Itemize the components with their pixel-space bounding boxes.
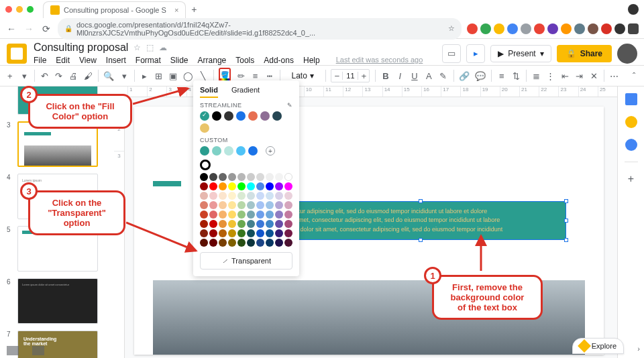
star-icon[interactable]: ☆ (133, 43, 141, 52)
menu-file[interactable]: File (34, 56, 46, 65)
color-swatch[interactable] (266, 182, 274, 190)
select-tool[interactable]: ▸ (140, 68, 150, 83)
ext-icon[interactable] (561, 23, 572, 34)
color-swatch[interactable] (275, 192, 283, 200)
color-swatch[interactable] (228, 192, 236, 200)
color-swatch[interactable] (247, 182, 255, 190)
cloud-icon[interactable]: ☁ (159, 43, 167, 52)
bulleted-list-button[interactable]: ⋮ (546, 68, 555, 83)
underline-button[interactable]: U (410, 68, 419, 83)
color-swatch[interactable] (219, 220, 227, 228)
align-button[interactable]: ≡ (497, 68, 506, 83)
color-swatch[interactable] (228, 239, 236, 247)
maximize-window[interactable] (27, 6, 34, 13)
hide-menus-button[interactable]: ˆ (629, 68, 639, 83)
minimize-window[interactable] (16, 6, 23, 13)
font-size-control[interactable]: − 11 + (331, 69, 370, 82)
menu-tools[interactable]: Tools (235, 56, 254, 65)
color-swatch[interactable] (275, 173, 283, 181)
forward-button[interactable]: → (23, 23, 35, 35)
color-swatch[interactable] (236, 111, 246, 121)
color-swatch[interactable] (248, 111, 258, 121)
slides-logo-icon[interactable] (7, 44, 27, 64)
color-swatch[interactable] (209, 192, 217, 200)
color-swatch[interactable] (228, 220, 236, 228)
color-swatch[interactable] (228, 201, 236, 209)
increase-size-button[interactable]: + (358, 70, 369, 82)
color-swatch[interactable] (284, 211, 292, 219)
filmstrip-view-button[interactable] (7, 346, 19, 355)
color-swatch[interactable] (275, 211, 283, 219)
move-icon[interactable]: ⬚ (146, 43, 154, 52)
account-avatar[interactable] (617, 44, 637, 64)
color-swatch[interactable] (228, 173, 236, 181)
menu-edit[interactable]: Edit (56, 56, 70, 65)
color-swatch[interactable] (248, 146, 258, 156)
color-swatch[interactable] (275, 182, 283, 190)
numbered-list-button[interactable]: ≣ (532, 68, 541, 83)
menu-addons[interactable]: Add-ons (264, 56, 294, 65)
color-swatch[interactable] (275, 220, 283, 228)
color-swatch[interactable] (247, 229, 255, 237)
color-swatch[interactable] (256, 239, 264, 247)
decrease-size-button[interactable]: − (331, 70, 342, 82)
color-swatch[interactable] (256, 173, 264, 181)
textbox-tool[interactable]: ⊞ (154, 68, 164, 83)
color-swatch[interactable] (275, 239, 283, 247)
color-swatch[interactable] (266, 173, 274, 181)
more-button[interactable]: ⋯ (610, 68, 619, 83)
ext-icon[interactable] (547, 23, 558, 34)
color-swatch[interactable] (256, 182, 264, 190)
color-swatch[interactable] (212, 146, 221, 156)
color-swatch[interactable] (247, 211, 255, 219)
color-swatch[interactable] (209, 239, 217, 247)
keep-icon[interactable] (625, 116, 637, 128)
color-swatch[interactable] (237, 220, 246, 228)
back-button[interactable]: ← (5, 23, 17, 35)
color-swatch[interactable] (219, 239, 227, 247)
color-swatch[interactable] (237, 182, 246, 190)
ext-icon[interactable] (588, 23, 598, 34)
color-swatch[interactable] (219, 201, 227, 209)
color-swatch[interactable] (209, 229, 217, 237)
document-name[interactable]: Consulting proposal (34, 42, 128, 54)
gradient-tab[interactable]: Gradient (231, 86, 260, 98)
color-swatch[interactable] (200, 192, 208, 200)
undo-button[interactable]: ↶ (40, 68, 50, 83)
ext-icon[interactable] (574, 23, 585, 34)
ext-icon[interactable] (467, 23, 478, 34)
slideshow-button[interactable]: ▸ (466, 44, 485, 63)
color-swatch[interactable] (237, 201, 246, 209)
color-swatch[interactable] (284, 220, 292, 228)
zoom-button[interactable]: 🔍 (103, 68, 114, 83)
tasks-icon[interactable] (625, 139, 637, 151)
color-swatch[interactable] (237, 239, 246, 247)
color-swatch[interactable] (275, 229, 283, 237)
color-swatch[interactable] (224, 146, 233, 156)
redo-button[interactable]: ↷ (54, 68, 64, 83)
shape-tool[interactable]: ◯ (183, 68, 193, 83)
last-edit-text[interactable]: Last edit was seconds ago (336, 56, 423, 65)
reload-button[interactable]: ⟳ (40, 23, 52, 35)
bold-button[interactable]: B (381, 68, 390, 83)
color-swatch[interactable] (256, 201, 264, 209)
color-swatch[interactable] (284, 192, 292, 200)
ext-icon[interactable] (480, 23, 491, 34)
color-swatch[interactable] (200, 146, 209, 156)
menu-arrange[interactable]: Arrange (198, 56, 227, 65)
print-button[interactable]: 🖨 (69, 68, 78, 83)
color-swatch[interactable] (209, 173, 217, 181)
chevron-down-icon[interactable]: ▾ (20, 68, 30, 83)
address-bar[interactable]: 🔒 docs.google.com/presentation/d/1fniI24… (58, 18, 462, 40)
color-swatch[interactable] (228, 211, 236, 219)
font-size-value[interactable]: 11 (342, 72, 358, 80)
menu-view[interactable]: View (79, 56, 97, 65)
calendar-icon[interactable] (625, 93, 637, 105)
text-color-button[interactable]: A (425, 68, 434, 83)
close-tab-icon[interactable]: × (174, 6, 178, 14)
color-swatch[interactable] (237, 173, 246, 181)
solid-tab[interactable]: Solid (200, 86, 218, 98)
color-swatch[interactable] (200, 111, 209, 121)
ext-icon[interactable] (601, 23, 612, 34)
color-swatch[interactable] (209, 211, 217, 219)
